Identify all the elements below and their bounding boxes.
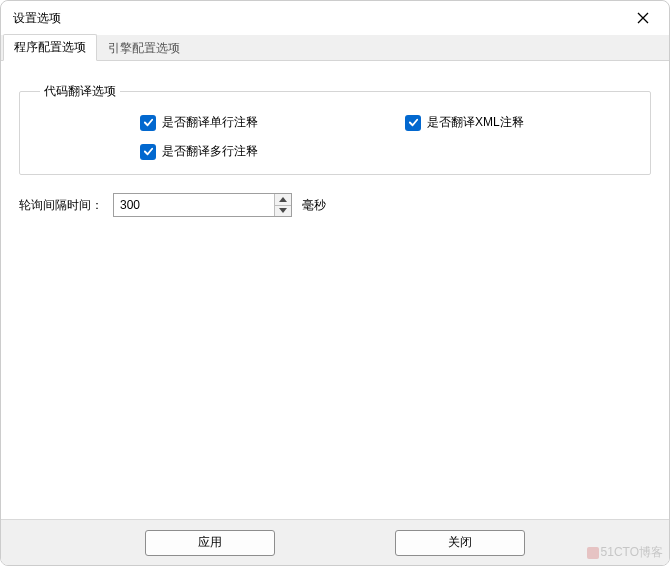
option-xml-comment[interactable]: 是否翻译XML注释 bbox=[405, 114, 630, 131]
dialog-footer: 应用 关闭 51CTO博客 bbox=[1, 519, 669, 565]
spinner-buttons bbox=[274, 194, 291, 216]
window-titlebar: 设置选项 bbox=[1, 1, 669, 35]
tab-bar: 程序配置选项 引擎配置选项 bbox=[1, 35, 669, 61]
apply-button[interactable]: 应用 bbox=[145, 530, 275, 556]
checkbox-label: 是否翻译单行注释 bbox=[162, 114, 258, 131]
options-grid: 是否翻译单行注释 是否翻译XML注释 是否翻译多行注释 bbox=[140, 114, 630, 160]
check-icon bbox=[143, 146, 154, 157]
polling-interval-row: 轮询间隔时间： 毫秒 bbox=[19, 193, 651, 217]
checkbox-label: 是否翻译XML注释 bbox=[427, 114, 524, 131]
check-icon bbox=[143, 117, 154, 128]
checkbox-multi-line[interactable] bbox=[140, 144, 156, 160]
checkbox-xml[interactable] bbox=[405, 115, 421, 131]
watermark-text: 51CTO博客 bbox=[601, 544, 663, 561]
watermark-logo-icon bbox=[587, 547, 599, 559]
option-single-line-comment[interactable]: 是否翻译单行注释 bbox=[140, 114, 365, 131]
interval-input[interactable] bbox=[114, 194, 274, 216]
interval-spinner bbox=[113, 193, 292, 217]
window-close-button[interactable] bbox=[627, 6, 659, 30]
group-legend: 代码翻译选项 bbox=[40, 83, 120, 100]
close-button[interactable]: 关闭 bbox=[395, 530, 525, 556]
code-translate-group: 代码翻译选项 是否翻译单行注释 是否翻译XML注释 是否翻译多行注释 bbox=[19, 83, 651, 175]
tab-program-config[interactable]: 程序配置选项 bbox=[3, 34, 97, 61]
spinner-down-button[interactable] bbox=[275, 206, 291, 217]
check-icon bbox=[408, 117, 419, 128]
tab-content: 代码翻译选项 是否翻译单行注释 是否翻译XML注释 是否翻译多行注释 bbox=[1, 61, 669, 519]
spinner-up-button[interactable] bbox=[275, 194, 291, 206]
tab-engine-config[interactable]: 引擎配置选项 bbox=[97, 35, 191, 61]
checkbox-label: 是否翻译多行注释 bbox=[162, 143, 258, 160]
chevron-up-icon bbox=[279, 197, 287, 202]
chevron-down-icon bbox=[279, 208, 287, 213]
watermark: 51CTO博客 bbox=[587, 544, 663, 561]
interval-label: 轮询间隔时间： bbox=[19, 197, 103, 214]
window-title: 设置选项 bbox=[13, 10, 627, 27]
interval-unit: 毫秒 bbox=[302, 197, 326, 214]
option-multi-line-comment[interactable]: 是否翻译多行注释 bbox=[140, 143, 365, 160]
close-icon bbox=[637, 12, 649, 24]
checkbox-single-line[interactable] bbox=[140, 115, 156, 131]
